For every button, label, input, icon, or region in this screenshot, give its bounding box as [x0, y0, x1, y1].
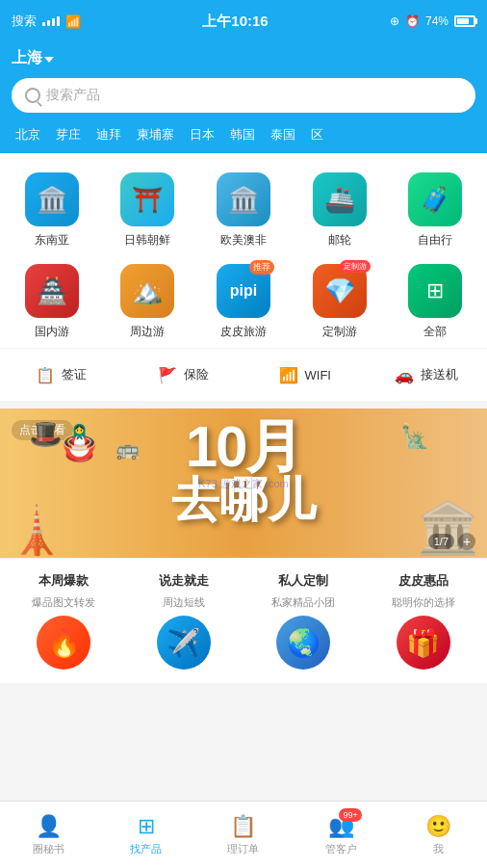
daruma-icon: 🪆	[58, 423, 101, 463]
bottom-nav: 👤 圈秘书 ⊞ 找产品 📋 理订单 👥 99+ 管客户 🙂 我	[0, 801, 487, 868]
banner-main-container: 10月 去哪儿	[171, 418, 316, 524]
featured-hot-subtitle: 爆品图文转发	[32, 595, 95, 610]
icon-japan-korea-img: ⛩️	[120, 172, 174, 226]
cat-tab-korea[interactable]: 韩国	[222, 124, 263, 145]
battery-icon	[454, 15, 475, 27]
nav-find-products-icon: ⊞	[138, 814, 155, 838]
featured-pipi-title: 皮皮惠品	[398, 572, 449, 590]
battery-text: 74%	[425, 14, 449, 28]
badge-recommend: 推荐	[249, 260, 274, 275]
location-icon: ⊕	[390, 14, 399, 28]
cat-tab-cambodia[interactable]: 柬埔寨	[129, 124, 182, 145]
icon-free-travel-img: 🧳	[408, 172, 462, 226]
icon-europe[interactable]: 🏛️ 欧美澳非	[195, 165, 292, 256]
signal-bar-4	[57, 16, 60, 26]
banner-main-text: 10月	[171, 418, 316, 476]
icon-cruise[interactable]: 🚢 邮轮	[292, 165, 388, 256]
cat-tab-more[interactable]: 区	[303, 124, 331, 145]
wifi-icon: 📶	[278, 364, 299, 385]
service-transfer[interactable]: 🚗 接送机	[366, 358, 488, 391]
search-bar-container: 搜索产品	[0, 78, 487, 122]
nav-circle-book[interactable]: 👤 圈秘书	[0, 802, 97, 868]
status-bar: 搜索 📶 上午10:16 ⊕ ⏰ 74%	[0, 0, 487, 42]
status-right: ⊕ ⏰ 74%	[390, 14, 475, 28]
cat-tab-beijing[interactable]: 北京	[8, 124, 48, 145]
icon-all-label: 全部	[423, 324, 447, 340]
service-insurance-label: 保险	[184, 366, 209, 383]
icon-grid-row2: 🏯 国内游 🏔️ 周边游 pipi 推荐 皮皮旅游 💎 定制游 定制游 ⊞ 全部	[0, 256, 487, 348]
icon-southeast-asia-img: 🏛️	[25, 172, 79, 226]
featured-pipi[interactable]: 皮皮惠品 聪明你的选择 🎁	[364, 568, 484, 673]
nav-me-icon: 🙂	[425, 814, 451, 838]
service-wifi[interactable]: 📶 WIFI	[244, 358, 366, 391]
banner[interactable]: 点击查看 🗼 🪆 🎩 🏛️ 🗽 🚌 10月 去哪儿 K73 游戏之家 .com …	[0, 408, 487, 558]
signal-bar-1	[42, 22, 45, 26]
featured-hot-title: 本周爆款	[38, 572, 89, 590]
signal-bar-3	[52, 18, 55, 26]
icon-cruise-img: 🚢	[313, 172, 367, 226]
search-input-wrap[interactable]: 搜索产品	[12, 78, 475, 113]
icon-free-travel-label: 自由行	[418, 232, 452, 249]
nav-me[interactable]: 🙂 我	[390, 802, 487, 868]
icon-southeast-asia-label: 东南亚	[35, 232, 69, 249]
chevron-down-icon	[44, 57, 54, 63]
icon-pipi-travel[interactable]: pipi 推荐 皮皮旅游	[195, 256, 292, 348]
icon-southeast-asia[interactable]: 🏛️ 东南亚	[4, 165, 100, 256]
nav-customers-badge: 99+	[339, 808, 361, 823]
service-insurance[interactable]: 🚩 保险	[122, 358, 244, 391]
featured-pipi-img: 🎁	[397, 616, 450, 670]
icon-domestic-img: 🏯	[25, 264, 79, 318]
banner-indicator: 1/7 +	[428, 533, 475, 550]
featured-go[interactable]: 说走就走 周边短线 ✈️	[124, 568, 244, 673]
featured-pipi-subtitle: 聪明你的选择	[392, 595, 455, 610]
nav-customers-label: 管客户	[325, 842, 357, 856]
cat-tab-yazhuang[interactable]: 芽庄	[48, 124, 89, 145]
service-row: 📋 签证 🚩 保险 📶 WIFI 🚗 接送机	[0, 348, 487, 401]
cat-tab-dubai[interactable]: 迪拜	[89, 124, 129, 145]
featured-hot-img: 🔥	[37, 616, 90, 670]
icon-nearby-img: 🏔️	[120, 264, 174, 318]
icon-nearby[interactable]: 🏔️ 周边游	[100, 256, 196, 348]
service-wifi-label: WIFI	[305, 368, 331, 382]
cat-tab-japan[interactable]: 日本	[182, 124, 222, 145]
icon-custom-travel[interactable]: 💎 定制游 定制游	[292, 256, 388, 348]
search-icon	[25, 88, 40, 103]
signal-bar-2	[47, 20, 50, 26]
featured-go-title: 说走就走	[159, 572, 209, 590]
header: 上海	[0, 42, 487, 78]
insurance-icon: 🚩	[157, 364, 178, 385]
featured-row: 本周爆款 爆品图文转发 🔥 说走就走 周边短线 ✈️ 私人定制 私家精品小团 🌏…	[0, 558, 487, 683]
nav-circle-book-label: 圈秘书	[33, 842, 64, 856]
nav-find-products[interactable]: ⊞ 找产品	[97, 802, 194, 868]
city-selector[interactable]: 上海	[12, 48, 54, 68]
icon-grid-row1: 🏛️ 东南亚 ⛩️ 日韩朝鲜 🏛️ 欧美澳非 🚢 邮轮 🧳 自由行	[0, 153, 487, 256]
nav-orders[interactable]: 📋 理订单	[194, 802, 292, 868]
nav-me-label: 我	[433, 842, 444, 856]
icon-japan-korea[interactable]: ⛩️ 日韩朝鲜	[100, 165, 196, 256]
icon-all[interactable]: ⊞ 全部	[387, 256, 483, 348]
icon-japan-korea-label: 日韩朝鲜	[124, 232, 170, 249]
icon-pipi-label: 皮皮旅游	[220, 324, 267, 340]
nav-customers[interactable]: 👥 99+ 管客户	[293, 802, 390, 868]
featured-hot[interactable]: 本周爆款 爆品图文转发 🔥	[4, 568, 124, 673]
service-visa-label: 签证	[62, 366, 87, 383]
carrier-text: 搜索	[12, 13, 37, 30]
featured-private-subtitle: 私家精品小团	[271, 595, 335, 610]
nav-orders-label: 理订单	[227, 842, 259, 856]
icon-free-travel[interactable]: 🧳 自由行	[387, 165, 483, 256]
category-tabs: 北京 芽庄 迪拜 柬埔寨 日本 韩国 泰国 区	[0, 122, 487, 153]
search-placeholder: 搜索产品	[46, 87, 100, 104]
battery-fill	[457, 18, 469, 24]
banner-plus-icon[interactable]: +	[458, 533, 475, 550]
cat-tab-thailand[interactable]: 泰国	[263, 124, 303, 145]
service-visa[interactable]: 📋 签证	[0, 358, 122, 391]
nav-circle-book-icon: 👤	[36, 814, 62, 838]
featured-private[interactable]: 私人定制 私家精品小团 🌏	[244, 568, 364, 673]
visa-icon: 📋	[35, 364, 56, 385]
icon-europe-img: 🏛️	[217, 172, 270, 226]
icon-domestic[interactable]: 🏯 国内游	[4, 256, 100, 348]
nav-find-products-label: 找产品	[130, 842, 162, 856]
banner-page: 1/7	[428, 534, 454, 549]
badge-custom: 定制游	[340, 260, 371, 273]
city-label: 上海	[12, 48, 42, 68]
